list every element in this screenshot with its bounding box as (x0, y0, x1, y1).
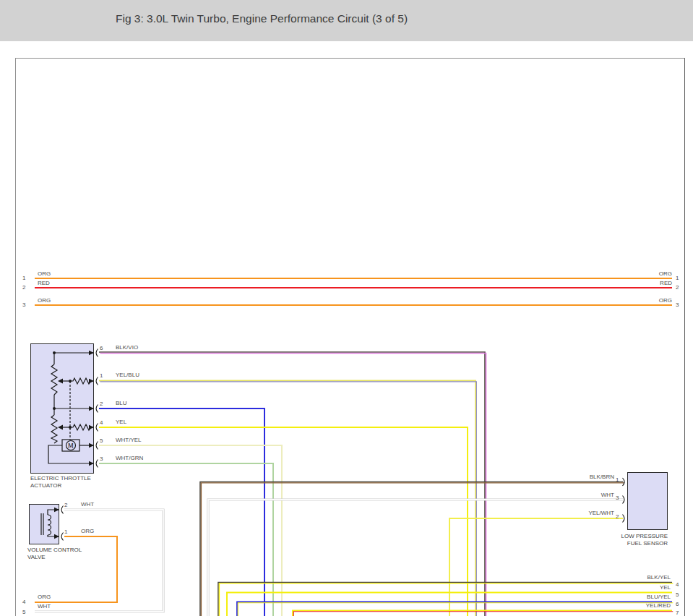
pin-number: 2 (676, 284, 679, 291)
pin-number: 2 (100, 401, 103, 407)
wiring-diagram-viewer: Fig 3: 3.0L Twin Turbo, Engine Performan… (0, 0, 693, 616)
page-title: Fig 3: 3.0L Twin Turbo, Engine Performan… (116, 12, 408, 25)
pin-number: 1 (676, 275, 679, 281)
pin-number: 1 (100, 372, 103, 379)
component-label-electric-throttle-actuator: ELECTRIC THROTTLE ACTUATOR (30, 475, 91, 489)
wire-label: RED (629, 280, 672, 286)
pin-number: 1 (616, 476, 619, 483)
pin-number: 2 (64, 502, 67, 508)
pin-number: 7 (676, 609, 679, 616)
pin-number: 2 (616, 513, 619, 520)
pin-number: 5 (676, 591, 679, 598)
pin-number: 5 (100, 437, 103, 444)
wire-label: YEL/RED (619, 602, 671, 609)
component-label-volume-control-valve: VOLUME CONTROL VALVE (27, 547, 82, 561)
wire-label: WHT/YEL (116, 437, 142, 443)
wire-label: YEL (619, 584, 671, 591)
wire-label: ORG (81, 528, 94, 534)
pin-number: 4 (100, 419, 103, 426)
wire-label: WHT (556, 492, 614, 498)
title-bar: Fig 3: 3.0L Twin Turbo, Engine Performan… (0, 0, 693, 41)
pin-number: 5 (22, 609, 25, 615)
wire-label: YEL (116, 419, 126, 425)
wire-label: BLU (116, 400, 127, 406)
pin-number: 6 (676, 601, 679, 607)
pin-number: 3 (676, 301, 679, 308)
pin-number: 6 (100, 345, 103, 351)
wire-label: ORG (629, 297, 672, 304)
electric-throttle-actuator-box (30, 343, 94, 474)
wire-label: ORG (38, 270, 51, 277)
wire-label: ORG (38, 594, 51, 600)
wire-label: YEL/WHT (556, 510, 614, 516)
pin-number: 3 (22, 301, 25, 308)
wire-label: ORG (38, 297, 51, 304)
volume-control-valve-box (29, 504, 59, 544)
wire-label: WHT/GRN (116, 455, 143, 461)
wire-label: WHT (81, 501, 94, 508)
wire-label: BLK/YEL (619, 574, 671, 581)
pin-number: 1 (22, 275, 25, 281)
pin-number: 4 (22, 599, 25, 605)
wire-label: BLK/BRN (556, 474, 614, 480)
wire-label: BLU/YEL (619, 594, 671, 600)
pin-number: 3 (100, 455, 103, 462)
pin-number: 1 (64, 529, 67, 535)
wire-label: YEL/BLU (116, 372, 139, 378)
component-label-low-pressure-fuel-sensor: LOW PRESSURE FUEL SENSOR (585, 533, 668, 547)
diagram-border (15, 58, 685, 616)
wire-label: ORG (629, 270, 672, 277)
pin-number: 3 (616, 495, 619, 501)
pin-number: 4 (676, 581, 679, 588)
wire-label: RED (38, 280, 50, 286)
wire-label: WHT (38, 603, 51, 609)
low-pressure-fuel-sensor-box (627, 472, 668, 530)
pin-number: 2 (22, 284, 25, 291)
wire-label: BLK/VIO (116, 344, 138, 351)
